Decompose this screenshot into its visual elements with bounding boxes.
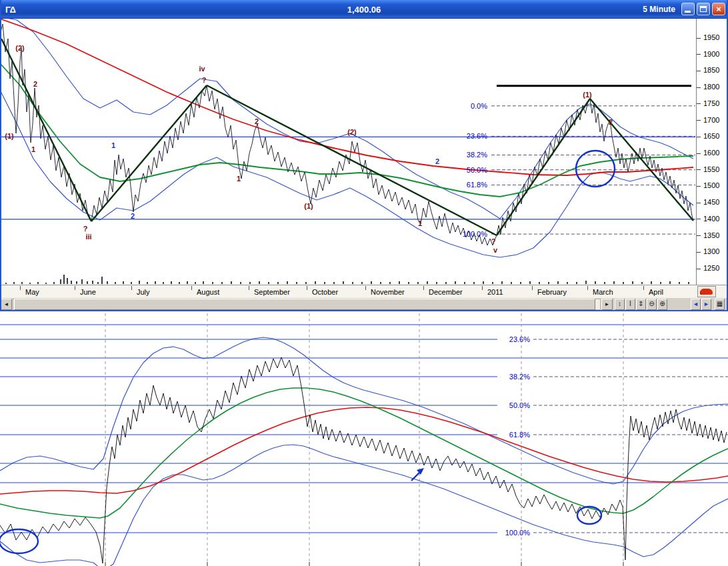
mascot-glyph bbox=[701, 289, 713, 295]
minimize-button[interactable] bbox=[681, 3, 695, 15]
volume-bar bbox=[221, 282, 223, 284]
month-label: December bbox=[429, 288, 463, 296]
horizontal-scrollbar[interactable]: ◄ ► ↕I⇕⊖⊕◄►▦ bbox=[0, 298, 728, 311]
volume-bar bbox=[97, 282, 99, 284]
page-right-icon[interactable]: ► bbox=[701, 299, 711, 310]
page-left-icon[interactable]: ◄ bbox=[691, 299, 701, 310]
mascot-icon[interactable] bbox=[697, 286, 716, 297]
volume-bar bbox=[399, 281, 400, 284]
fib-label: 100.0% bbox=[505, 529, 531, 537]
bollinger-lower bbox=[0, 445, 728, 566]
volume-bar bbox=[445, 282, 447, 284]
annotation-circle[interactable] bbox=[576, 151, 615, 187]
layout-icon[interactable]: ▦ bbox=[715, 299, 725, 310]
volume-bar bbox=[76, 281, 77, 284]
volume-bar bbox=[389, 282, 391, 284]
month-tick bbox=[191, 286, 192, 290]
price-tick-label: 1800 bbox=[703, 83, 719, 91]
price-tick-label: 1400 bbox=[703, 215, 719, 223]
price-tick-label: 1950 bbox=[703, 33, 719, 41]
volume-bar bbox=[623, 282, 624, 284]
zoom-out-icon[interactable]: ⊖ bbox=[647, 299, 657, 310]
month-label: October bbox=[312, 288, 338, 296]
volume-bar bbox=[380, 282, 381, 284]
price-tick bbox=[697, 219, 701, 219]
wave-label: iv bbox=[199, 65, 205, 73]
fib-label: 0.0% bbox=[471, 102, 487, 110]
titlebar[interactable]: ΓΔ 1,400.06 5 Minute × bbox=[0, 0, 728, 19]
chart-canvas[interactable]: 0.0%23.6%38.2%50.0%61.8%100.0%(2)2(1)1?i… bbox=[0, 0, 728, 566]
volume-bar bbox=[436, 282, 437, 284]
ibeam-icon[interactable]: I bbox=[625, 299, 635, 310]
time-axis[interactable]: MayJuneJulyAugustSeptemberOctoberNovembe… bbox=[0, 285, 728, 299]
month-label: November bbox=[371, 288, 405, 296]
scroll-thumb[interactable] bbox=[14, 299, 595, 310]
price-tick-label: 1250 bbox=[703, 264, 719, 272]
volume-bar bbox=[296, 282, 297, 284]
volume-bar bbox=[155, 281, 156, 284]
annotation-circle[interactable] bbox=[577, 507, 601, 524]
wave-label: ? bbox=[83, 225, 88, 233]
wave-label: 2 bbox=[131, 212, 135, 220]
volume-bar bbox=[427, 281, 428, 284]
price-tick bbox=[697, 203, 701, 203]
scroll-left-button[interactable]: ◄ bbox=[1, 299, 12, 310]
window-border-left bbox=[0, 0, 1, 311]
bollinger-upper bbox=[0, 337, 728, 484]
volume-bar bbox=[268, 282, 269, 284]
volume-bar bbox=[613, 281, 615, 284]
price-tick-label: 1750 bbox=[703, 99, 719, 107]
scale-icon[interactable]: ⇕ bbox=[636, 299, 646, 310]
wave-trendline bbox=[590, 99, 693, 221]
volume-bar bbox=[240, 282, 241, 284]
volume-bar bbox=[45, 283, 47, 284]
volume-bar bbox=[585, 281, 587, 284]
month-label: April bbox=[649, 288, 663, 296]
price-axis[interactable]: 1950190018501800175017001650160015501500… bbox=[696, 19, 728, 285]
fib-label: 38.2% bbox=[509, 373, 530, 381]
month-label: May bbox=[25, 288, 39, 296]
wave-label: (2) bbox=[347, 128, 357, 136]
volume-bar bbox=[539, 282, 540, 284]
price-tick bbox=[697, 71, 701, 71]
volume-bar bbox=[71, 281, 72, 284]
volume-bar bbox=[567, 282, 568, 284]
wave-label: 1 bbox=[31, 145, 35, 153]
restore-icon bbox=[700, 6, 707, 12]
restore-button[interactable] bbox=[697, 3, 710, 15]
price-tick-label: 1650 bbox=[703, 132, 719, 140]
volume-bar bbox=[324, 282, 325, 284]
volume-bar bbox=[107, 281, 108, 284]
volume-bar bbox=[352, 282, 353, 284]
volume-bar bbox=[455, 281, 456, 284]
month-tick bbox=[423, 286, 424, 290]
wave-label: (1) bbox=[304, 202, 313, 210]
volume-bar bbox=[277, 282, 279, 284]
volume-bar bbox=[92, 281, 93, 284]
volume-bar bbox=[171, 281, 172, 284]
scroll-right-button[interactable]: ► bbox=[601, 299, 613, 310]
wave-label: (1) bbox=[583, 91, 592, 99]
volume-bar bbox=[203, 281, 204, 284]
volume-bar bbox=[548, 282, 549, 284]
volume-bar bbox=[195, 282, 196, 284]
fib-label: 61.8% bbox=[467, 181, 487, 189]
volume-bar bbox=[212, 282, 213, 284]
price-tick bbox=[697, 169, 701, 170]
fib-label: 50.0% bbox=[509, 401, 530, 409]
fib-label: 100.0% bbox=[463, 230, 488, 238]
volume-bar bbox=[315, 281, 316, 284]
pane-divider[interactable] bbox=[0, 310, 728, 311]
pan-vertical-icon[interactable]: ↕ bbox=[615, 299, 625, 310]
wave-label: 2 bbox=[255, 117, 259, 125]
volume-bar bbox=[179, 282, 180, 284]
wave-trendline bbox=[91, 85, 207, 221]
zoom-in-icon[interactable]: ⊕ bbox=[657, 299, 667, 310]
month-tick bbox=[131, 286, 132, 290]
close-button[interactable]: × bbox=[712, 3, 725, 15]
volume-bar bbox=[60, 279, 61, 284]
volume-bar bbox=[595, 281, 596, 284]
price-tick bbox=[697, 235, 701, 236]
volume-bar bbox=[343, 281, 344, 284]
volume-bar bbox=[408, 282, 409, 284]
